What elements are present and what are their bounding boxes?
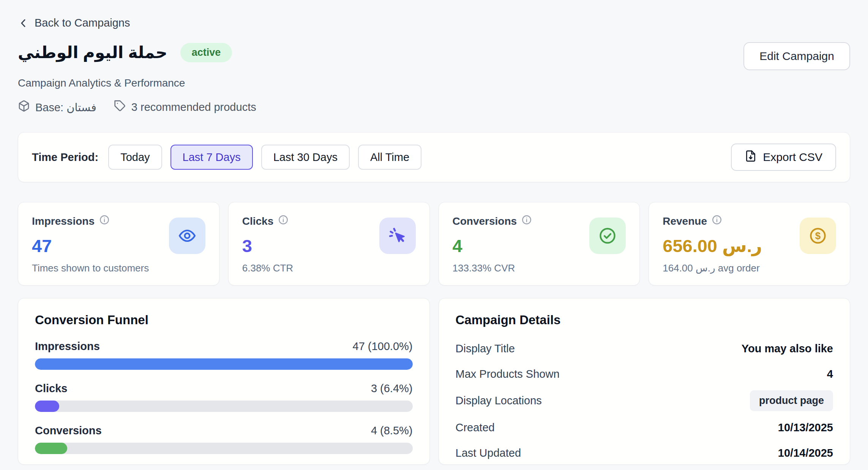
campaign-details-title: Campaign Details (456, 313, 833, 327)
funnel-conversions-label: Conversions (35, 424, 102, 437)
file-download-icon (745, 150, 757, 165)
detail-label: Display Locations (456, 394, 542, 407)
page-subtitle: Campaign Analytics & Performance (18, 77, 850, 89)
base-product-meta: Base: فستان (18, 100, 96, 115)
funnel-row-clicks: Clicks 3 (6.4%) (35, 382, 413, 412)
info-icon[interactable] (712, 214, 722, 228)
progress-bar-conversions (35, 443, 67, 454)
detail-label: Max Products Shown (456, 368, 560, 380)
clicks-value: 3 (242, 235, 293, 256)
conversion-funnel-panel: Conversion Funnel Impressions 47 (100.0%… (18, 298, 430, 465)
recommended-products-meta: 3 recommended products (114, 100, 256, 115)
impressions-stat-card: Impressions 47 Times shown to customers (18, 202, 219, 285)
detail-label: Display Title (456, 342, 515, 355)
package-icon (18, 100, 30, 115)
progress-bar-impressions (35, 358, 413, 370)
revenue-subtext: 164.00 ر.س avg order (663, 262, 762, 274)
detail-value: You may also like (742, 342, 833, 355)
detail-value: 10/14/2025 (778, 447, 833, 459)
conversions-value: 4 (453, 235, 532, 256)
detail-value: 10/13/2025 (778, 421, 833, 434)
check-circle-icon (589, 218, 626, 254)
progress-track (35, 443, 413, 454)
funnel-row-conversions: Conversions 4 (8.5%) (35, 424, 413, 454)
svg-text:$: $ (815, 230, 821, 241)
revenue-label: Revenue (663, 215, 707, 227)
impressions-label: Impressions (32, 215, 95, 227)
time-period-today-button[interactable]: Today (108, 145, 162, 170)
status-badge: active (180, 43, 232, 62)
detail-row-display-title: Display Title You may also like (456, 339, 833, 358)
time-period-last-7-days-button[interactable]: Last 7 Days (170, 145, 253, 170)
edit-campaign-button[interactable]: Edit Campaign (743, 42, 850, 70)
back-to-campaigns-link[interactable]: Back to Campaigns (18, 17, 130, 29)
campaign-analytics-page: Back to Campaigns حملة اليوم الوطني acti… (0, 0, 868, 465)
conversions-stat-card: Conversions 4 133.33% CVR (439, 202, 640, 285)
chevron-left-icon (18, 17, 29, 29)
info-icon[interactable] (521, 214, 532, 228)
funnel-clicks-label: Clicks (35, 382, 67, 395)
base-product-label: Base: فستان (35, 101, 96, 114)
revenue-stat-card: Revenue 656.00 ر.س 164.00 ر.س avg order … (649, 202, 850, 285)
clicks-subtext: 6.38% CTR (242, 262, 293, 274)
header-title-row: حملة اليوم الوطني active Edit Campaign (18, 42, 850, 70)
conversions-subtext: 133.33% CVR (453, 262, 532, 274)
detail-row-display-locations: Display Locations product page (456, 390, 833, 411)
stats-grid: Impressions 47 Times shown to customers … (18, 202, 850, 285)
time-period-bar: Time Period: Today Last 7 Days Last 30 D… (18, 132, 850, 182)
page-title: حملة اليوم الوطني (18, 42, 167, 63)
display-location-badge: product page (750, 390, 833, 411)
time-period-all-time-button[interactable]: All Time (358, 145, 421, 170)
dollar-circle-icon: $ (800, 218, 836, 254)
revenue-value: 656.00 ر.س (663, 235, 762, 256)
detail-row-created: Created 10/13/2025 (456, 418, 833, 437)
detail-value: 4 (827, 368, 833, 380)
funnel-row-impressions: Impressions 47 (100.0%) (35, 340, 413, 370)
time-period-label: Time Period: (32, 151, 98, 164)
export-csv-button[interactable]: Export CSV (731, 144, 836, 171)
conversion-funnel-title: Conversion Funnel (35, 313, 413, 327)
funnel-impressions-value: 47 (100.0%) (353, 340, 413, 353)
eye-icon (169, 218, 205, 254)
clicks-stat-card: Clicks 3 6.38% CTR (228, 202, 430, 285)
export-csv-label: Export CSV (763, 151, 822, 164)
progress-track (35, 401, 413, 412)
time-period-last-30-days-button[interactable]: Last 30 Days (261, 145, 350, 170)
detail-label: Created (456, 421, 495, 434)
recommended-products-label: 3 recommended products (131, 101, 256, 114)
info-icon[interactable] (278, 214, 289, 228)
progress-track (35, 358, 413, 370)
progress-bar-clicks (35, 401, 59, 412)
conversions-label: Conversions (453, 215, 517, 227)
campaign-details-panel: Campaign Details Display Title You may a… (439, 298, 851, 465)
cursor-click-icon (379, 218, 416, 254)
detail-row-max-products: Max Products Shown 4 (456, 365, 833, 383)
funnel-clicks-value: 3 (6.4%) (371, 382, 413, 395)
funnel-conversions-value: 4 (8.5%) (371, 424, 413, 437)
campaign-meta-row: Base: فستان 3 recommended products (18, 100, 850, 115)
back-link-label: Back to Campaigns (35, 17, 130, 29)
impressions-value: 47 (32, 235, 149, 256)
clicks-label: Clicks (242, 215, 274, 227)
time-period-button-group: Today Last 7 Days Last 30 Days All Time (108, 145, 421, 170)
funnel-impressions-label: Impressions (35, 340, 100, 353)
detail-row-last-updated: Last Updated 10/14/2025 (456, 444, 833, 462)
impressions-subtext: Times shown to customers (32, 262, 149, 274)
info-icon[interactable] (99, 214, 110, 228)
detail-label: Last Updated (456, 447, 521, 459)
bottom-panels: Conversion Funnel Impressions 47 (100.0%… (18, 298, 850, 465)
tag-icon (114, 100, 126, 115)
